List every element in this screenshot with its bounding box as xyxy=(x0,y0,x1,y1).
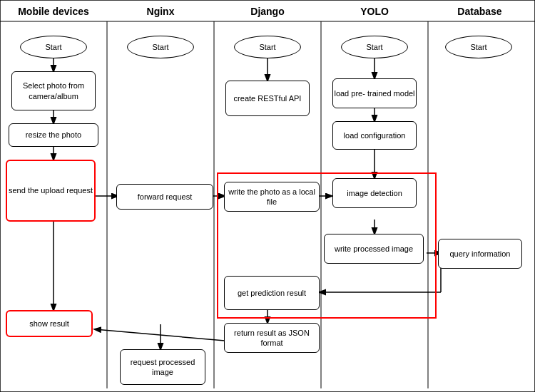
write-processed-box: write processed image xyxy=(324,234,424,264)
yolo-start: Start xyxy=(341,36,408,58)
header-database: Database xyxy=(432,6,528,17)
create-api-box: create RESTful API xyxy=(225,81,310,116)
select-photo-box: Select photo from camera/album xyxy=(11,71,96,110)
request-processed-box: request processed image xyxy=(120,349,205,385)
header-yolo: YOLO xyxy=(328,6,421,17)
header-nginx: Nginx xyxy=(114,6,207,17)
header-django: Django xyxy=(221,6,314,17)
header-mobile: Mobile devices xyxy=(7,6,100,17)
nginx-start: Start xyxy=(127,36,194,58)
diagram: Mobile devices Nginx Django YOLO Databas… xyxy=(0,0,535,392)
forward-request-box: forward request xyxy=(116,184,213,210)
load-model-box: load pre- trained model xyxy=(332,78,417,108)
show-result-box: show result xyxy=(6,310,93,337)
load-config-box: load configuration xyxy=(332,121,417,150)
return-result-box: return result as JSON format xyxy=(224,323,320,353)
mobile-start: Start xyxy=(20,36,87,58)
query-info-box: query information xyxy=(438,239,522,269)
django-start: Start xyxy=(234,36,301,58)
resize-photo-box: resize the photo xyxy=(9,123,98,147)
svg-line-19 xyxy=(95,329,225,341)
db-start: Start xyxy=(445,36,512,58)
send-upload-box: send the upload request xyxy=(6,160,96,222)
get-prediction-box: get prediction result xyxy=(224,276,320,310)
write-photo-box: write the photo as a local file xyxy=(224,182,320,212)
image-detection-box: image detection xyxy=(332,178,417,208)
